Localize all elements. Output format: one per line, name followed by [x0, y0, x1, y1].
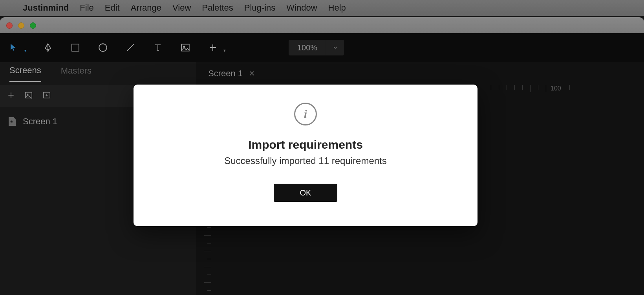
menu-help[interactable]: Help: [328, 3, 346, 13]
sidebar-tabs: Screens Masters: [0, 62, 196, 85]
image-screen-button[interactable]: [24, 91, 33, 101]
menu-view[interactable]: View: [172, 3, 191, 13]
ellipse-tool[interactable]: [97, 42, 109, 53]
window-titlebar: [0, 17, 644, 33]
mac-menubar: Justinmind File Edit Arrange View Palett…: [0, 0, 644, 16]
svg-rect-0: [72, 44, 79, 51]
close-window-button[interactable]: [6, 22, 13, 29]
zoom-window-button[interactable]: [30, 22, 36, 29]
text-tool[interactable]: [152, 42, 164, 53]
app-menu[interactable]: Justinmind: [23, 3, 69, 13]
menu-arrange[interactable]: Arrange: [131, 3, 161, 13]
close-tab-icon[interactable]: ✕: [249, 69, 255, 78]
svg-line-2: [127, 44, 134, 51]
minimize-window-button[interactable]: [18, 22, 24, 29]
canvas-tabs: Screen 1 ✕: [196, 62, 644, 85]
canvas-tab[interactable]: Screen 1: [208, 68, 243, 79]
menu-edit[interactable]: Edit: [105, 3, 120, 13]
menu-plugins[interactable]: Plug-ins: [244, 3, 275, 13]
app-toolbar: ▾ ▾ 100%: [0, 33, 644, 62]
rectangle-tool[interactable]: [70, 42, 81, 53]
zoom-chevron-icon[interactable]: [326, 40, 344, 55]
ruler-label: 100: [551, 85, 561, 92]
add-tool-chevron-icon[interactable]: ▾: [223, 48, 226, 53]
screen-item-label: Screen 1: [23, 116, 57, 127]
dialog-message: Successfully imported 11 requirements: [224, 155, 387, 166]
info-icon: i: [294, 103, 317, 125]
add-tool[interactable]: [207, 42, 219, 53]
pen-tool[interactable]: [42, 42, 54, 53]
tab-masters[interactable]: Masters: [61, 66, 91, 81]
ok-button[interactable]: OK: [274, 184, 337, 202]
screen-file-icon: [9, 117, 16, 126]
menu-window[interactable]: Window: [286, 3, 317, 13]
dialog-title: Import requirements: [248, 138, 363, 151]
zoom-value: 100%: [289, 43, 326, 52]
svg-rect-3: [181, 44, 189, 51]
menu-palettes[interactable]: Palettes: [202, 3, 233, 13]
line-tool[interactable]: [124, 42, 136, 53]
menu-file[interactable]: File: [80, 3, 93, 13]
select-tool[interactable]: [8, 42, 20, 53]
svg-point-1: [99, 44, 107, 52]
tab-screens[interactable]: Screens: [9, 65, 41, 82]
image-tool[interactable]: [179, 42, 191, 53]
svg-rect-9: [26, 92, 32, 98]
add-screen-button[interactable]: [7, 91, 15, 101]
add-folder-button[interactable]: [42, 91, 51, 101]
zoom-control[interactable]: 100%: [289, 40, 344, 55]
import-requirements-dialog: i Import requirements Successfully impor…: [134, 85, 478, 226]
select-tool-chevron-icon[interactable]: ▾: [24, 48, 26, 53]
